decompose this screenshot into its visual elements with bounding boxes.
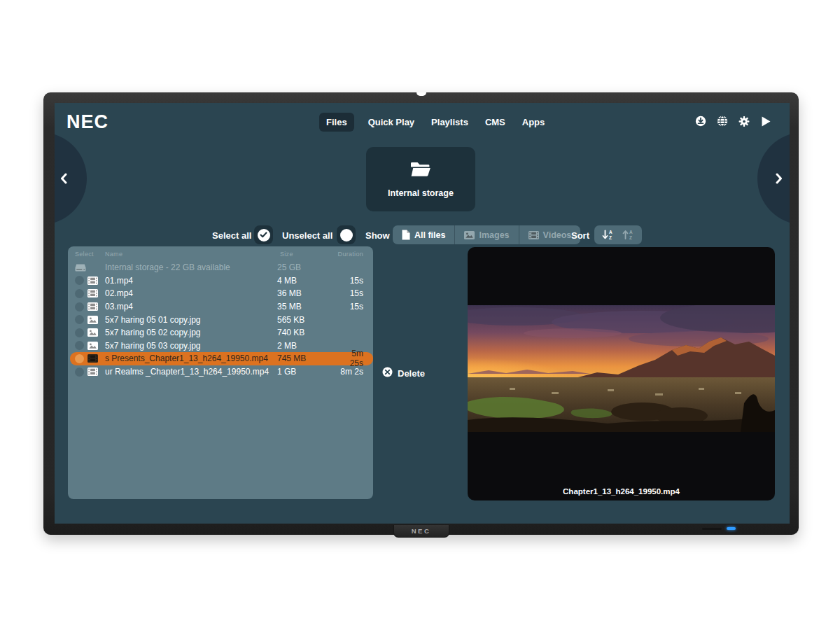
unselect-all-button[interactable]: [337, 225, 356, 244]
row-select-cell: [75, 341, 86, 350]
media-preview-panel[interactable]: Chapter1_13_h264_19950.mp4: [468, 247, 775, 500]
file-list-panel: Select Name Size Duration Internal stora…: [68, 246, 373, 499]
image-file-icon: [88, 342, 103, 350]
preview-filename: Chapter1_13_h264_19950.mp4: [468, 487, 775, 496]
download-icon[interactable]: [695, 115, 706, 127]
file-duration: 15s: [339, 288, 373, 298]
file-row[interactable]: 5x7 haring 05 02 copy.jpg740 KB: [68, 326, 373, 340]
show-label: Show: [365, 230, 390, 241]
row-select-cell: [75, 354, 86, 363]
storage-drive-icon: [75, 264, 86, 272]
internal-storage-card[interactable]: Internal storage: [366, 147, 475, 211]
delete-button[interactable]: Delete: [382, 367, 425, 380]
file-duration: 8m 2s: [339, 367, 373, 377]
row-select-cell: [75, 328, 86, 337]
select-all-button[interactable]: [254, 225, 273, 244]
chevron-left-icon[interactable]: [60, 173, 67, 187]
row-select-circle[interactable]: [75, 289, 84, 298]
file-name: Internal storage - 22 GB available: [105, 262, 277, 272]
column-select: Select: [75, 251, 94, 258]
file-row[interactable]: 5x7 haring 05 03 copy.jpg2 MB: [68, 340, 373, 353]
tab-quick-play[interactable]: Quick Play: [365, 113, 417, 132]
delete-label: Delete: [398, 368, 425, 379]
image-file-icon: [88, 328, 103, 337]
filter-label: All files: [414, 230, 445, 240]
select-all-label: Select all: [212, 230, 251, 241]
screen: NEC FilesQuick PlayPlaylistsCMSApps: [55, 103, 790, 524]
delete-x-circle-icon: [382, 367, 393, 380]
prev-page-circle[interactable]: [55, 132, 87, 225]
file-size: 565 KB: [277, 315, 339, 325]
file-size: 36 MB: [277, 288, 339, 298]
chevron-right-icon[interactable]: [776, 173, 783, 187]
file-row[interactable]: 03.mp435 MB15s: [68, 300, 373, 314]
nec-logo: NEC: [66, 111, 108, 133]
file-table-header: Select Name Size Duration: [68, 251, 373, 259]
file-name: ur Realms _Chapter1_13_h264_19950.mp4: [105, 367, 277, 377]
row-select-circle[interactable]: [75, 368, 84, 377]
column-duration: Duration: [338, 251, 363, 258]
video-icon: [528, 231, 539, 239]
sort-descending-button[interactable]: AZ: [602, 230, 614, 240]
file-duration: 5m 25s: [339, 349, 373, 368]
file-row[interactable]: 01.mp44 MB15s: [68, 274, 373, 288]
file-name: 5x7 haring 05 02 copy.jpg: [105, 328, 277, 337]
file-name: 01.mp4: [105, 276, 277, 286]
file-row-selected[interactable]: s Presents_Chapter1_13_h264_19950.mp4745…: [68, 352, 373, 365]
sort-ascending-button[interactable]: AZ: [622, 230, 634, 240]
file-rows: Internal storage - 22 GB available25 GB0…: [68, 261, 373, 378]
video-preview-image: [468, 305, 775, 432]
file-size: 25 GB: [277, 262, 339, 272]
file-filter-segmented-control: All filesImagesVideos: [393, 225, 580, 244]
row-select-circle[interactable]: [75, 315, 84, 324]
file-row[interactable]: ur Realms _Chapter1_13_h264_19950.mp41 G…: [68, 365, 373, 379]
filter-images[interactable]: Images: [455, 225, 519, 244]
open-folder-icon: [410, 161, 431, 180]
tab-cms[interactable]: CMS: [482, 113, 508, 132]
video-file-icon: [88, 368, 103, 376]
svg-text:A: A: [629, 230, 633, 234]
file-name: 5x7 haring 05 01 copy.jpg: [105, 315, 277, 325]
row-select-circle[interactable]: [75, 354, 84, 363]
unselect-all-label: Unselect all: [282, 230, 332, 241]
file-name: 5x7 haring 05 03 copy.jpg: [105, 341, 277, 351]
bezel-nec-logo: NEC: [393, 525, 449, 538]
file-row[interactable]: 02.mp436 MB15s: [68, 287, 373, 300]
row-select-cell: [75, 276, 86, 285]
file-row[interactable]: 5x7 haring 05 01 copy.jpg565 KB: [68, 313, 373, 326]
file-duration: 15s: [339, 276, 373, 286]
file-name: 03.mp4: [105, 302, 277, 312]
top-icon-bar: [695, 115, 771, 127]
filter-label: Images: [479, 230, 509, 240]
file-size: 1 GB: [277, 367, 339, 377]
image-file-icon: [88, 316, 103, 324]
file-icon: [402, 230, 410, 240]
row-select-cell: [75, 315, 86, 324]
play-icon[interactable]: [760, 115, 771, 127]
file-name: 02.mp4: [105, 288, 277, 298]
tab-apps[interactable]: Apps: [519, 113, 548, 132]
file-size: 740 KB: [277, 328, 339, 337]
settings-gear-icon[interactable]: [738, 115, 750, 127]
row-select-circle[interactable]: [75, 328, 84, 337]
sort-buttons: AZ AZ: [594, 225, 642, 244]
row-select-circle[interactable]: [75, 302, 84, 312]
file-duration: 15s: [339, 302, 373, 312]
file-size: 35 MB: [277, 302, 339, 312]
video-file-icon: [88, 276, 103, 285]
next-page-circle[interactable]: [757, 132, 790, 225]
tab-files[interactable]: Files: [319, 113, 354, 132]
empty-circle-icon: [340, 229, 353, 241]
row-select-circle[interactable]: [75, 341, 84, 350]
ir-sensor: [702, 528, 722, 530]
row-select-cell: [75, 368, 86, 377]
monitor-bezel: NEC FilesQuick PlayPlaylistsCMSApps: [43, 92, 799, 535]
tab-playlists[interactable]: Playlists: [428, 113, 471, 132]
storage-row: Internal storage - 22 GB available25 GB: [68, 261, 373, 274]
filter-all-files[interactable]: All files: [393, 225, 455, 244]
svg-text:Z: Z: [609, 235, 612, 240]
row-select-circle[interactable]: [75, 276, 84, 285]
globe-icon[interactable]: [717, 115, 728, 127]
row-select-cell: [75, 289, 86, 298]
bezel-notch: [416, 92, 426, 96]
